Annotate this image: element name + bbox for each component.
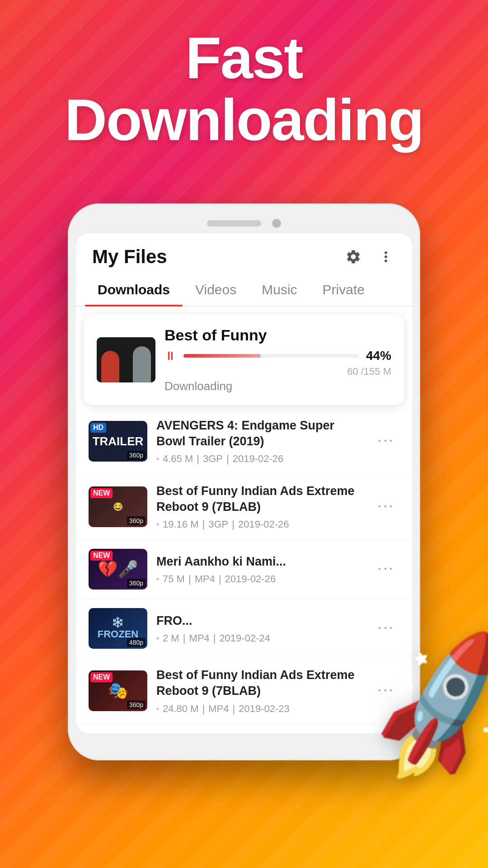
list-item[interactable]: ❄️FROZEN 480p FRO... 2 M | MP4 | 2019-02…	[76, 599, 412, 658]
meta-sep2: |	[213, 632, 216, 644]
file-meta: 75 M | MP4 | 2019-02-26	[156, 573, 362, 585]
file-date: 2019-02-23	[239, 703, 290, 715]
file-list: HD TRAILER 360p AVENGERS 4: Endgame Supe…	[76, 409, 412, 733]
thumb-text: 😂	[113, 502, 123, 512]
settings-button[interactable]	[343, 247, 363, 267]
file-name: FRO...	[156, 613, 362, 629]
res-badge: 360p	[127, 516, 145, 525]
new-badge: NEW	[90, 488, 113, 498]
more-options-btn[interactable]: ⋮	[371, 428, 399, 454]
tab-downloads[interactable]: Downloads	[85, 274, 183, 306]
pause-button[interactable]: ⏸	[164, 349, 176, 363]
download-name: Best of Funny	[164, 326, 391, 344]
file-date: 2019-02-26	[238, 519, 289, 530]
meta-sep2: |	[232, 703, 235, 715]
file-meta: 4.65 M | 3GP | 2019-02-26	[156, 453, 362, 465]
more-options-button[interactable]	[376, 247, 396, 267]
hero-line1: Fast	[0, 27, 488, 89]
thumb-emoji: 💔🎤	[98, 560, 138, 579]
res-badge: 480p	[127, 638, 145, 647]
downloading-status: Downloading	[164, 379, 391, 393]
more-options-btn[interactable]: ⋮	[371, 678, 399, 704]
meta-sep2: |	[226, 453, 229, 465]
meta-separator	[156, 458, 159, 460]
res-badge: 360p	[127, 451, 145, 460]
file-info: AVENGERS 4: Endgame Super Bowl Trailer (…	[156, 418, 362, 465]
meta-separator	[156, 637, 159, 640]
more-options-btn[interactable]: ⋮	[371, 556, 399, 582]
download-size: 60 /155 M	[164, 366, 391, 377]
meta-sep: |	[202, 703, 205, 715]
file-meta: 19.16 M | 3GP | 2019-02-26	[156, 519, 362, 530]
meta-sep: |	[183, 632, 186, 644]
file-meta: 24.80 M | MP4 | 2019-02-23	[156, 703, 362, 715]
file-format: MP4	[189, 632, 209, 644]
file-thumbnail: NEW 😂 360p	[89, 486, 147, 527]
new-badge: NEW	[90, 672, 113, 682]
file-name: Best of Funny Indian Ads Extreme Reboot …	[156, 483, 362, 515]
phone-mockup: My Files Downloads	[68, 203, 420, 760]
meta-sep: |	[197, 453, 199, 465]
meta-separator	[156, 708, 159, 710]
tab-videos[interactable]: Videos	[183, 274, 249, 306]
file-date: 2019-02-26	[233, 453, 284, 465]
file-size: 19.16 M	[163, 519, 199, 530]
file-date: 2019-02-24	[219, 632, 270, 644]
file-format: 3GP	[208, 519, 228, 530]
file-info: Best of Funny Indian Ads Extreme Reboot …	[156, 667, 362, 714]
phone-screen: My Files Downloads	[76, 233, 412, 733]
header-icons	[343, 247, 396, 267]
file-format: 3GP	[203, 453, 223, 465]
more-options-btn[interactable]: ⋮	[371, 494, 399, 520]
list-item[interactable]: HD TRAILER 360p AVENGERS 4: Endgame Supe…	[76, 409, 412, 474]
file-size: 2 M	[163, 632, 179, 644]
meta-sep: |	[202, 519, 205, 530]
file-meta: 2 M | MP4 | 2019-02-24	[156, 632, 362, 644]
thumb-text: ❄️FROZEN	[98, 617, 138, 641]
file-name: AVENGERS 4: Endgame Super Bowl Trailer (…	[156, 418, 362, 449]
app-title: My Files	[92, 246, 167, 268]
tab-bar: Downloads Videos Music Private	[76, 274, 412, 307]
download-info: Best of Funny ⏸ 44% 60 /155 M Downloadin…	[164, 326, 391, 393]
file-date: 2019-02-26	[225, 573, 276, 585]
download-thumbnail	[97, 337, 155, 382]
phone-notch	[76, 212, 412, 233]
tab-music[interactable]: Music	[249, 274, 310, 306]
res-badge: 360p	[127, 700, 145, 709]
hero-title: Fast Downloading	[0, 27, 488, 151]
more-options-btn[interactable]: ⋮	[371, 615, 399, 642]
progress-bar	[183, 354, 359, 358]
progress-bar-fill	[183, 354, 261, 358]
hd-label: TRAILER	[93, 434, 144, 448]
list-item[interactable]: NEW 😂 360p Best of Funny Indian Ads Extr…	[76, 474, 412, 540]
phone-speaker	[207, 220, 261, 226]
meta-separator	[156, 578, 159, 580]
file-thumbnail: ❄️FROZEN 480p	[89, 608, 147, 649]
file-thumbnail: HD TRAILER 360p	[89, 421, 147, 462]
hd-badge: HD	[90, 423, 106, 433]
file-info: Best of Funny Indian Ads Extreme Reboot …	[156, 483, 362, 530]
download-progress-card: Best of Funny ⏸ 44% 60 /155 M Downloadin…	[84, 315, 404, 405]
list-item[interactable]: NEW 🎭 360p Best of Funny Indian Ads Extr…	[76, 658, 412, 724]
app-header: My Files	[76, 233, 412, 274]
hero-section: Fast Downloading	[0, 27, 488, 151]
more-vertical-icon	[378, 249, 394, 265]
file-thumbnail: NEW 🎭 360p	[89, 670, 147, 711]
hero-line2: Downloading	[0, 89, 488, 151]
thumbnail-image	[97, 337, 155, 382]
res-badge: 360p	[127, 579, 145, 588]
file-format: MP4	[195, 573, 215, 585]
meta-separator	[156, 523, 159, 526]
phone-outer: My Files Downloads	[68, 203, 420, 760]
file-name: Best of Funny Indian Ads Extreme Reboot …	[156, 667, 362, 699]
list-item[interactable]: NEW 💔🎤 360p Meri Aankho ki Nami... 75 M …	[76, 540, 412, 599]
download-progress-row: ⏸ 44%	[164, 349, 391, 363]
file-info: FRO... 2 M | MP4 | 2019-02-24	[156, 613, 362, 644]
file-info: Meri Aankho ki Nami... 75 M | MP4 | 2019…	[156, 554, 362, 585]
percent-text: 44%	[366, 349, 391, 363]
meta-sep: |	[188, 573, 191, 585]
meta-sep2: |	[219, 573, 221, 585]
file-size: 75 M	[163, 573, 185, 585]
tab-private[interactable]: Private	[310, 274, 377, 306]
gear-icon	[345, 249, 361, 265]
